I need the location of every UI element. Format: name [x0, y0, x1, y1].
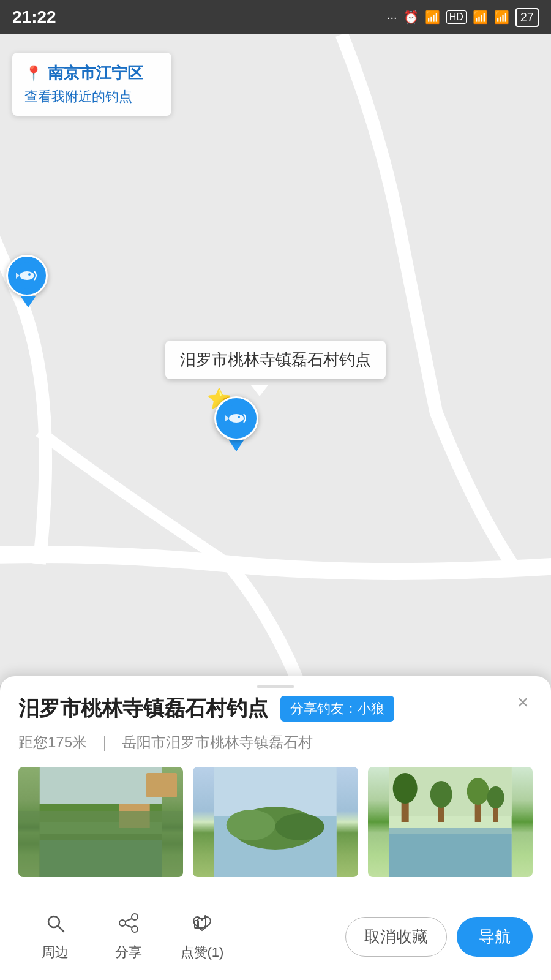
location-pin-icon: 📍 — [24, 65, 43, 82]
location-city: 南京市江宁区 — [48, 62, 143, 84]
hd-icon: HD — [446, 10, 467, 24]
battery-icon: 27 — [515, 8, 539, 27]
alarm-icon: ⏰ — [403, 10, 419, 24]
nearby-icon — [44, 912, 66, 940]
nearby-action[interactable]: 周边 — [18, 912, 92, 962]
photo-grid — [18, 767, 533, 877]
location-label[interactable]: 📍 南京市江宁区 查看我附近的钓点 — [12, 53, 171, 116]
marker-label-arrow — [251, 385, 268, 396]
svg-point-2 — [20, 271, 34, 280]
svg-line-38 — [126, 919, 132, 921]
like-icon — [191, 912, 213, 940]
panel-distance: 距您175米 — [18, 734, 87, 750]
svg-line-39 — [126, 925, 132, 927]
svg-line-34 — [58, 926, 64, 932]
svg-rect-15 — [40, 767, 162, 804]
action-buttons-group: 取消收藏 导航 — [345, 917, 533, 957]
handle-bar — [257, 685, 294, 688]
nearby-label: 周边 — [42, 943, 69, 962]
marker-icon-wrap: ⭐ — [214, 396, 258, 451]
svg-rect-11 — [40, 834, 162, 877]
action-icons-group: 周边 分享 — [18, 912, 345, 962]
svg-point-26 — [430, 781, 452, 808]
share-badge: 分享钓友：小狼 — [280, 696, 394, 722]
photo-1[interactable] — [18, 767, 183, 877]
wifi-icon: 📶 — [494, 10, 509, 24]
marker-label-box: 汨罗市桃林寺镇磊石村钓点 — [165, 341, 386, 379]
signal2-icon: 📶 — [473, 10, 488, 24]
marker-tail-left — [21, 296, 36, 307]
map-marker-left[interactable] — [6, 255, 50, 306]
fish-icon-left — [13, 262, 40, 289]
photo-3[interactable] — [368, 767, 533, 877]
photo-2[interactable] — [193, 767, 358, 877]
svg-point-37 — [132, 926, 138, 932]
panel-handle[interactable] — [0, 676, 551, 695]
signal-icon: 📶 — [425, 10, 440, 24]
map-marker-center[interactable]: 汨罗市桃林寺镇磊石村钓点 ⭐ — [202, 341, 386, 451]
marker-bubble-left — [6, 255, 48, 296]
svg-rect-10 — [40, 822, 162, 877]
marker-tail-center — [229, 440, 244, 451]
panel-meta: 距您175米 ｜ 岳阳市汨罗市桃林寺镇磊石村 — [18, 733, 533, 752]
marker-bubble-center — [214, 396, 258, 440]
svg-point-20 — [276, 813, 324, 840]
share-label: 分享 — [115, 943, 142, 962]
cancel-collect-button[interactable]: 取消收藏 — [345, 917, 447, 957]
location-nearby-link[interactable]: 查看我附近的钓点 — [24, 88, 159, 106]
svg-point-19 — [227, 810, 276, 840]
location-city-row: 📍 南京市江宁区 — [24, 62, 159, 84]
status-icons: ··· ⏰ 📶 HD 📶 📶 27 — [387, 8, 539, 27]
share-action[interactable]: 分享 — [92, 912, 165, 962]
share-icon — [118, 912, 140, 940]
svg-rect-12 — [40, 840, 162, 877]
svg-point-35 — [132, 914, 138, 920]
bottom-panel: × 汨罗市桃林寺镇磊石村钓点 分享钓友：小狼 距您175米 ｜ 岳阳市汨罗市桃林… — [0, 676, 551, 980]
svg-point-3 — [28, 273, 31, 276]
navigate-button[interactable]: 导航 — [457, 917, 533, 957]
like-label: 点赞(1) — [181, 943, 224, 962]
svg-point-24 — [392, 773, 417, 804]
svg-point-6 — [229, 414, 244, 423]
svg-rect-32 — [389, 834, 511, 877]
svg-point-36 — [119, 920, 126, 926]
panel-close-button[interactable]: × — [509, 688, 536, 715]
panel-address: 岳阳市汨罗市桃林寺镇磊石村 — [122, 734, 313, 750]
dots-icon: ··· — [387, 10, 397, 24]
panel-content: 汨罗市桃林寺镇磊石村钓点 分享钓友：小狼 距您175米 ｜ 岳阳市汨罗市桃林寺镇… — [0, 695, 551, 902]
status-bar: 21:22 ··· ⏰ 📶 HD 📶 📶 27 — [0, 0, 551, 34]
svg-point-7 — [238, 416, 240, 418]
fish-icon-center — [223, 405, 250, 432]
status-time: 21:22 — [12, 7, 56, 27]
svg-point-28 — [467, 778, 489, 805]
panel-title-row: 汨罗市桃林寺镇磊石村钓点 分享钓友：小狼 — [18, 695, 533, 723]
bottom-actions: 周边 分享 — [0, 902, 551, 980]
like-action[interactable]: 点赞(1) — [165, 912, 239, 962]
svg-point-30 — [487, 786, 504, 809]
separator: ｜ — [97, 734, 112, 750]
panel-title: 汨罗市桃林寺镇磊石村钓点 — [18, 695, 268, 723]
